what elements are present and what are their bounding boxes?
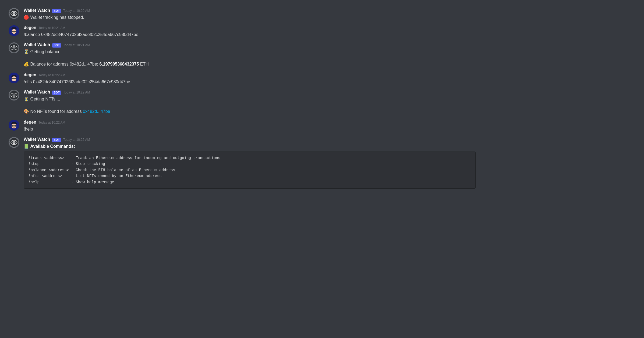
commands-header: Available Commands: [30, 144, 75, 149]
message-header: Wallet Watch BOT Today at 10:21 AM [24, 42, 476, 48]
message-line: !balance 0x482dc840747026f2adef02c254da6… [24, 32, 138, 37]
avatar [9, 8, 19, 19]
svg-rect-8 [12, 31, 14, 32]
message-text: 🔴 Wallet tracking has stopped. [24, 15, 476, 20]
timestamp: Today at 10:21 AM [38, 26, 65, 30]
username: Wallet Watch [24, 42, 50, 48]
svg-rect-17 [12, 75, 16, 77]
message-content: Wallet Watch BOT Today at 10:22 AM 📗 Ava… [24, 136, 476, 189]
message-line: ⏳ Getting NFTs ... [24, 96, 476, 102]
timestamp: Today at 10:22 AM [63, 138, 90, 142]
bot-badge: BOT [52, 91, 61, 95]
username: Wallet Watch [24, 89, 50, 95]
address-link[interactable]: 0x482d...47be [83, 109, 110, 114]
avatar [9, 137, 19, 148]
svg-rect-9 [14, 31, 16, 32]
svg-rect-20 [14, 78, 16, 79]
message-line: 📗 Available Commands: [24, 144, 75, 149]
timestamp: Today at 10:21 AM [63, 43, 90, 48]
svg-rect-31 [14, 125, 16, 127]
message-group: Wallet Watch BOT Today at 10:22 AM 📗 Ava… [4, 134, 480, 190]
avatar [9, 42, 19, 53]
message-content: Wallet Watch BOT Today at 10:20 AM 🔴 Wal… [24, 8, 476, 20]
message-header: Wallet Watch BOT Today at 10:20 AM [24, 8, 476, 13]
svg-point-36 [13, 142, 15, 143]
svg-point-14 [13, 47, 15, 49]
message-text: ⏳ Getting balance ... 💰 Balance for addr… [24, 49, 476, 67]
message-text: !balance 0x482dc840747026f2adef02c254da6… [24, 32, 476, 38]
svg-point-25 [13, 95, 15, 96]
timestamp: Today at 10:22 AM [63, 90, 90, 95]
message-content: Wallet Watch BOT Today at 10:21 AM ⏳ Get… [24, 42, 476, 68]
username: degen [24, 119, 36, 125]
message-line: 🔴 Wallet tracking has stopped. [24, 15, 84, 20]
message-header: degen Today at 10:21 AM [24, 25, 476, 31]
code-block: !track <address> - Track an Ethereum add… [24, 152, 476, 189]
message-header: degen Today at 10:22 AM [24, 119, 476, 125]
bot-badge: BOT [52, 43, 61, 48]
message-line: 💰 Balance for address 0x482d...47be: 6.1… [24, 61, 476, 67]
message-text: !help [24, 126, 476, 132]
message-header: degen Today at 10:22 AM [24, 72, 476, 78]
avatar [9, 90, 19, 100]
message-group: degen Today at 10:22 AM !help [4, 117, 480, 133]
message-line: 🎨 No NFTs found for address 0x482d...47b… [24, 109, 476, 114]
bot-badge: BOT [52, 138, 61, 142]
message-content: Wallet Watch BOT Today at 10:22 AM ⏳ Get… [24, 89, 476, 115]
message-group: Wallet Watch BOT Today at 10:20 AM 🔴 Wal… [4, 5, 480, 21]
message-group: Wallet Watch BOT Today at 10:22 AM ⏳ Get… [4, 87, 480, 116]
balance-value: 6.197905368432375 [100, 62, 139, 66]
avatar [9, 25, 19, 36]
username: degen [24, 72, 36, 78]
message-text: ⏳ Getting NFTs ... 🎨 No NFTs found for a… [24, 96, 476, 114]
message-content: degen Today at 10:21 AM !balance 0x482dc… [24, 25, 476, 38]
timestamp: Today at 10:22 AM [38, 73, 65, 78]
message-text: 📗 Available Commands: [24, 143, 476, 149]
avatar [9, 73, 19, 83]
message-content: degen Today at 10:22 AM !help [24, 119, 476, 132]
username: Wallet Watch [24, 136, 50, 142]
message-text: !nfts 0x482dc840747026f2adef02c254da667c… [24, 79, 476, 85]
svg-point-3 [13, 13, 15, 14]
svg-rect-30 [12, 125, 14, 127]
message-header: Wallet Watch BOT Today at 10:22 AM [24, 89, 476, 95]
chat-container: Wallet Watch BOT Today at 10:20 AM 🔴 Wal… [0, 5, 484, 190]
message-content: degen Today at 10:22 AM !nfts 0x482dc840… [24, 72, 476, 85]
timestamp: Today at 10:20 AM [63, 9, 90, 13]
timestamp: Today at 10:22 AM [38, 120, 65, 125]
message-group: Wallet Watch BOT Today at 10:21 AM ⏳ Get… [4, 40, 480, 69]
svg-rect-6 [12, 27, 16, 29]
username: Wallet Watch [24, 8, 50, 13]
bot-badge: BOT [52, 9, 61, 13]
message-group: degen Today at 10:22 AM !nfts 0x482dc840… [4, 70, 480, 86]
message-line: !nfts 0x482dc840747026f2adef02c254da667c… [24, 80, 130, 84]
message-line: ⏳ Getting balance ... [24, 49, 476, 55]
username: degen [24, 25, 36, 31]
message-header: Wallet Watch BOT Today at 10:22 AM [24, 136, 476, 142]
svg-rect-28 [12, 122, 16, 124]
message-group: degen Today at 10:21 AM !balance 0x482dc… [4, 23, 480, 39]
avatar [9, 120, 19, 131]
svg-rect-19 [12, 78, 14, 79]
message-line: !help [24, 127, 33, 131]
